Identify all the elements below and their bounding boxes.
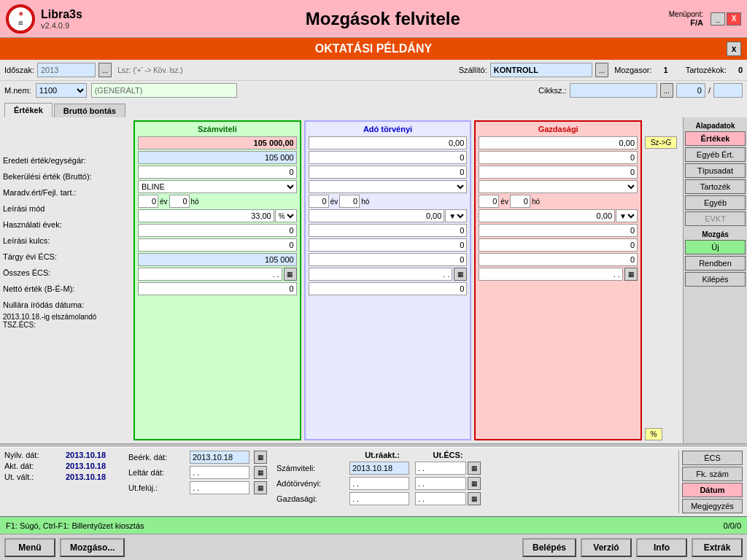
verzio-button[interactable]: Verzió — [581, 538, 632, 557]
szamv-netto-input[interactable] — [138, 253, 297, 266]
mozgasor-value: 1 — [664, 66, 668, 74]
ado-elszamoland-input[interactable] — [309, 282, 468, 295]
gazd-maradv-input[interactable] — [479, 166, 638, 179]
ado-ev-input[interactable] — [309, 195, 329, 208]
szamv-kulcs-input[interactable] — [138, 209, 274, 222]
percent-button[interactable]: % — [645, 428, 662, 440]
tab-ertekek[interactable]: Értékek — [4, 103, 53, 117]
gazd-date-input[interactable] — [349, 492, 409, 505]
ado-netto-input[interactable] — [309, 253, 468, 266]
szallito-input[interactable] — [490, 63, 592, 77]
gazd-nullara-input[interactable] — [479, 268, 623, 281]
szamv-ho-input[interactable] — [169, 195, 190, 208]
szamv-leirasi-select[interactable]: BLINE — [138, 180, 297, 193]
gazd-ev-input[interactable] — [479, 195, 499, 208]
ado-bekerulesi-input[interactable] — [309, 151, 468, 164]
belépes-button[interactable]: Belépés — [522, 538, 576, 557]
sidebar-kilepés-button[interactable]: Kilépés — [685, 272, 746, 287]
szamviteli-dates-row: Számviteli: ▦ — [276, 462, 678, 475]
minimize-button[interactable]: _ — [711, 12, 725, 26]
generated-input[interactable] — [91, 83, 237, 98]
num-input2[interactable] — [713, 83, 743, 98]
ado-targy-input[interactable] — [309, 224, 468, 237]
sidebar-tartozek-button[interactable]: Tartozék — [685, 179, 746, 194]
ut-feluj-input[interactable] — [190, 481, 249, 494]
sidebar-rendben-button[interactable]: Rendben — [685, 256, 746, 271]
app-name: Libra3s — [41, 8, 82, 21]
ado-eredeti-input[interactable] — [309, 136, 468, 149]
adotorvenyi-dates-row: Adótörvényi: ▦ — [276, 477, 678, 490]
sidebar-uj-button[interactable]: Új — [685, 240, 746, 254]
banner-close-button[interactable]: x — [727, 42, 741, 56]
fk-szam-button[interactable]: Fk. szám — [682, 467, 743, 481]
ado-ho-input[interactable] — [339, 195, 360, 208]
szamv-ev-input[interactable] — [138, 195, 158, 208]
osszes-label-row: Összes ÉCS: — [3, 265, 131, 281]
szamv-targy-input[interactable] — [138, 224, 297, 237]
beerk-dat-cal-button[interactable]: ▦ — [254, 451, 267, 464]
szamv-nullara-input[interactable] — [138, 268, 282, 281]
cikksz-input[interactable] — [570, 83, 657, 98]
gazd-ho-input[interactable] — [510, 195, 530, 208]
gazd-netto-input[interactable] — [479, 253, 638, 266]
gazd-kulcs-input[interactable] — [479, 209, 615, 222]
date-section: Nyilv. dát: 2013.10.18 Akt. dát: 2013.10… — [0, 448, 747, 516]
ecs-button[interactable]: ÉCS — [682, 451, 743, 465]
megjegyzes-button[interactable]: Megjegyzés — [682, 499, 743, 513]
ut-feluj-cal-button[interactable]: ▦ — [254, 481, 267, 494]
sidebar-tipusadat-button[interactable]: Típusadat — [685, 163, 746, 178]
sidebar-evkt-button[interactable]: EVKT — [685, 211, 746, 226]
szallito-browse-button[interactable]: ... — [595, 63, 608, 77]
gazd-nullara-cal-button[interactable]: ▦ — [624, 268, 638, 281]
szamv-ut-raakt-cal[interactable]: ▦ — [468, 462, 481, 475]
ado-ut-raakt-cal[interactable]: ▦ — [468, 477, 481, 490]
ado-maradv-input[interactable] — [309, 166, 468, 179]
szamv-nullara-cal-button[interactable]: ▦ — [284, 268, 297, 281]
szamv-eredeti-input[interactable] — [138, 136, 297, 149]
mozgaso-button[interactable]: Mozgáso... — [60, 538, 125, 557]
gazd-ut-raakt-input[interactable] — [415, 492, 466, 505]
sidebar-egyeb-button[interactable]: Egyéb — [685, 195, 746, 210]
ado-ut-raakt-input[interactable] — [415, 477, 466, 490]
idoszak-browse-button[interactable]: ... — [98, 63, 112, 77]
gazd-ut-raakt-cal[interactable]: ▦ — [468, 492, 481, 505]
status-bar: F1: Súgó, Ctrl-F1: Billentyűzet kiosztás… — [0, 516, 747, 534]
szamv-elszamoland-input[interactable] — [138, 282, 297, 295]
gazd-leirasi-select[interactable] — [479, 180, 638, 193]
leltár-dat-input[interactable] — [190, 466, 249, 479]
idoszak-input[interactable] — [37, 63, 96, 77]
close-button[interactable]: X — [727, 12, 741, 26]
gazd-targy-input[interactable] — [479, 224, 638, 237]
num-input[interactable] — [676, 83, 705, 98]
sz-g-button[interactable]: Sz->G — [645, 136, 677, 149]
szamv-maradv-input[interactable] — [138, 166, 297, 179]
ado-leirasi-select[interactable] — [309, 180, 468, 193]
extrak-button[interactable]: Extrák — [692, 538, 743, 557]
ado-kulcs-input[interactable] — [309, 209, 445, 222]
ado-date-input[interactable] — [349, 477, 409, 490]
ado-kulcs-select[interactable]: ▼ — [445, 209, 467, 222]
ado-osszes-input[interactable] — [309, 238, 468, 252]
gazd-eredeti-input[interactable] — [479, 136, 638, 149]
datum-button[interactable]: Dátum — [682, 483, 743, 497]
cikksz-browse-button[interactable]: ... — [660, 83, 673, 98]
ado-nullara-cal-button[interactable]: ▦ — [454, 268, 467, 281]
mnem-select[interactable]: 1100 — [36, 83, 87, 98]
tab-brutto[interactable]: Bruttó bontás — [54, 104, 125, 117]
sidebar-ertekek-button[interactable]: Értékek — [685, 131, 746, 146]
sidebar-egyeb-ert-button[interactable]: Egyéb Ért. — [685, 147, 746, 162]
szamv-kulcs-select[interactable]: % — [275, 209, 297, 222]
szamv-ut-raakt-input[interactable] — [415, 462, 466, 475]
beerk-dat-input[interactable] — [190, 451, 249, 464]
gazd-kulcs-select[interactable]: ▼ — [616, 209, 638, 222]
info-button[interactable]: Info — [636, 538, 687, 557]
szamv-date-input[interactable] — [349, 462, 409, 475]
gazd-bekerulesi-input[interactable] — [479, 151, 638, 164]
content-area: Időszak: ... Lsz: ('+' -> Köv. lsz.) Szá… — [0, 60, 747, 534]
szamv-osszes-input[interactable] — [138, 238, 297, 252]
menu-button[interactable]: Menü — [4, 538, 55, 557]
leltár-dat-cal-button[interactable]: ▦ — [254, 466, 267, 479]
ado-nullara-input[interactable] — [309, 268, 453, 281]
gazd-osszes-input[interactable] — [479, 238, 638, 252]
szamv-bekerulesi-input[interactable] — [138, 151, 297, 164]
